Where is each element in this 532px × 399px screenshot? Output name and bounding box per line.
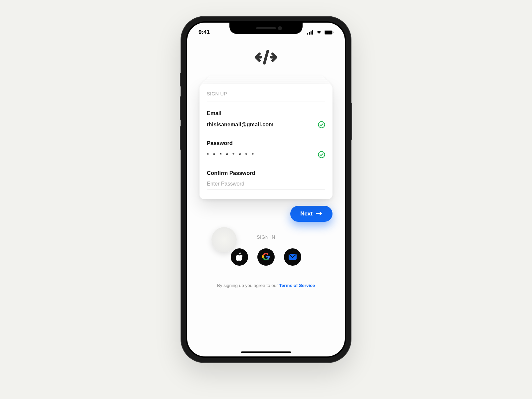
svg-rect-3: [312, 30, 313, 35]
confirm-password-input[interactable]: [207, 181, 325, 187]
notch: [229, 23, 303, 34]
confirm-password-field-group: Confirm Password: [207, 170, 325, 190]
google-icon: [262, 253, 270, 262]
volume-down-button: [180, 126, 181, 150]
terms-of-service-link[interactable]: Terms of Service: [279, 283, 315, 288]
signin-apple-button[interactable]: [231, 248, 248, 266]
arrow-right-icon: [316, 210, 323, 217]
svg-rect-0: [307, 33, 308, 35]
check-circle-icon: [318, 121, 325, 128]
password-input[interactable]: [207, 152, 318, 157]
footer-prefix: By signing up you agree to our: [217, 283, 279, 288]
app-logo-icon: [254, 49, 278, 66]
footer-text: By signing up you agree to our Terms of …: [217, 283, 315, 288]
email-label: Email: [207, 110, 325, 116]
phone-frame: 9:41: [181, 17, 351, 362]
password-field-group: Password: [207, 140, 325, 161]
confirm-password-label: Confirm Password: [207, 170, 325, 176]
signin-label[interactable]: SIGN IN: [257, 234, 275, 240]
svg-rect-10: [289, 254, 297, 260]
battery-icon: [324, 30, 333, 35]
next-button[interactable]: Next: [290, 206, 332, 222]
screen: 9:41: [187, 23, 345, 356]
signin-google-button[interactable]: [257, 248, 275, 266]
svg-rect-2: [311, 31, 312, 35]
volume-up-button: [180, 96, 181, 120]
next-button-label: Next: [300, 210, 313, 217]
touch-indicator: [211, 227, 237, 252]
svg-rect-5: [325, 31, 332, 34]
card-title: SIGN UP: [207, 91, 325, 101]
apple-icon: [236, 252, 243, 262]
svg-rect-1: [309, 32, 310, 35]
svg-rect-6: [333, 32, 333, 33]
signup-card: SIGN UP Email Password: [200, 84, 332, 199]
mute-switch: [180, 73, 181, 86]
wifi-icon: [316, 30, 322, 35]
home-indicator[interactable]: [241, 351, 291, 353]
email-input[interactable]: [207, 122, 318, 128]
status-time: 9:41: [199, 29, 210, 36]
password-label: Password: [207, 140, 325, 146]
cellular-icon: [307, 30, 314, 35]
email-field-group: Email: [207, 110, 325, 131]
envelope-icon: [289, 254, 297, 261]
check-circle-icon: [318, 151, 325, 158]
signin-email-button[interactable]: [284, 248, 301, 266]
power-button: [351, 103, 352, 140]
